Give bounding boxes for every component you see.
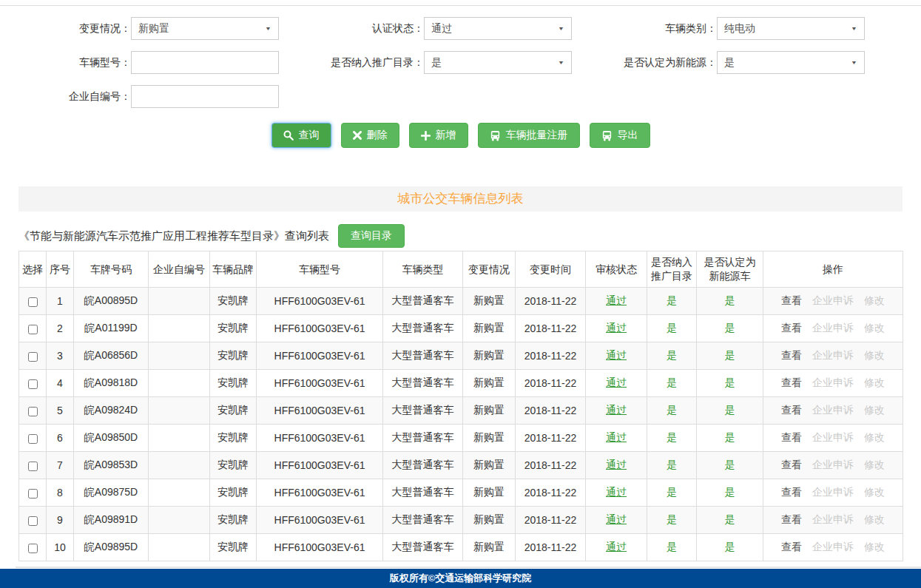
cell-select: [19, 370, 47, 397]
cell-date: 2018-11-22: [516, 342, 586, 370]
view-link[interactable]: 查看: [781, 294, 802, 308]
appeal-link: 企业申诉: [812, 404, 854, 417]
cert-status-select[interactable]: 通过 ▼: [424, 17, 572, 40]
cell-date: 2018-11-22: [516, 425, 586, 452]
vehicle-model-label: 车辆型号：: [79, 56, 131, 70]
form-row-3: 企业自编号：: [18, 84, 903, 109]
row-checkbox[interactable]: [28, 516, 38, 526]
row-checkbox[interactable]: [28, 325, 38, 334]
table-row: 8皖A09875D安凯牌HFF6100G03EV-61大型普通客车新购置2018…: [19, 479, 903, 507]
in-catalog-select[interactable]: 是 ▼: [424, 51, 572, 74]
form-row-1: 变更情况： 新购置 ▼ 认证状态： 通过 ▼ 车辆类别： 纯电动 ▼: [18, 16, 903, 41]
audit-status-link[interactable]: 通过: [606, 541, 627, 552]
company-no-label: 企业自编号：: [69, 90, 131, 104]
cell-plate: 皖A09891D: [74, 507, 149, 534]
audit-status-link[interactable]: 通过: [606, 459, 627, 470]
cell-model: HFF6100G03EV-61: [257, 479, 383, 507]
footer-divider: [16, 567, 921, 568]
add-button[interactable]: 新增: [409, 123, 468, 148]
cell-in-catalog: 是: [647, 288, 697, 315]
chevron-down-icon: ▼: [558, 60, 564, 66]
col-vehicle-type: 车辆类型: [383, 251, 463, 288]
audit-status-link[interactable]: 通过: [606, 404, 627, 416]
view-link[interactable]: 查看: [781, 486, 802, 499]
row-checkbox[interactable]: [28, 352, 38, 362]
view-link[interactable]: 查看: [781, 349, 802, 362]
cell-model: HFF6100G03EV-61: [257, 425, 383, 452]
cell-company-no: [149, 397, 210, 425]
row-checkbox[interactable]: [28, 434, 38, 444]
view-link[interactable]: 查看: [781, 322, 802, 335]
bus-icon: [601, 130, 613, 141]
cell-actions: 查看企业申诉修改: [763, 342, 903, 370]
vehicle-model-input[interactable]: [131, 51, 279, 74]
audit-status-link[interactable]: 通过: [606, 376, 627, 388]
audit-status-link[interactable]: 通过: [606, 513, 627, 525]
row-checkbox[interactable]: [28, 407, 38, 416]
new-energy-label: 是否认定为新能源：: [624, 56, 717, 70]
cell-plate: 皖A00895D: [74, 288, 149, 315]
table-row: 2皖A01199D安凯牌HFF6100G03EV-61大型普通客车新购置2018…: [19, 315, 903, 342]
cell-date: 2018-11-22: [516, 534, 586, 561]
cell-actions: 查看企业申诉修改: [763, 452, 903, 479]
vehicle-category-label: 车辆类别：: [665, 22, 717, 36]
table-body: 1皖A00895D安凯牌HFF6100G03EV-61大型普通客车新购置2018…: [19, 288, 903, 561]
cell-company-no: [149, 479, 210, 507]
cell-status: 通过: [586, 342, 647, 370]
col-in-catalog: 是否纳入 推广目录: [647, 251, 697, 288]
new-energy-select[interactable]: 是 ▼: [717, 51, 865, 74]
cell-new-energy: 是: [697, 342, 763, 370]
cell-model: HFF6100G03EV-61: [257, 397, 383, 425]
export-button[interactable]: 导出: [590, 123, 650, 148]
cell-select: [19, 397, 47, 425]
cell-select: [19, 315, 47, 342]
cell-status: 通过: [586, 534, 647, 561]
cell-seq: 6: [47, 425, 74, 452]
cell-vehicle-type: 大型普通客车: [383, 507, 463, 534]
modify-link: 修改: [864, 376, 885, 390]
batch-register-button[interactable]: 车辆批量注册: [478, 123, 580, 148]
cert-status-label: 认证状态：: [372, 22, 424, 36]
audit-status-link[interactable]: 通过: [606, 294, 627, 306]
cell-status: 通过: [586, 315, 647, 342]
row-checkbox[interactable]: [28, 297, 38, 307]
appeal-link: 企业申诉: [812, 294, 854, 308]
field-change-status: 变更情况： 新购置 ▼: [18, 16, 279, 41]
delete-button[interactable]: 删除: [341, 123, 399, 148]
cell-select: [19, 288, 47, 315]
row-checkbox[interactable]: [28, 489, 38, 499]
view-link[interactable]: 查看: [781, 376, 802, 390]
modify-link: 修改: [864, 459, 885, 472]
chevron-down-icon: ▼: [851, 26, 857, 32]
view-link[interactable]: 查看: [781, 431, 802, 445]
close-icon: [353, 131, 362, 140]
cell-date: 2018-11-22: [516, 452, 586, 479]
cell-actions: 查看企业申诉修改: [763, 479, 903, 507]
cell-vehicle-type: 大型普通客车: [383, 315, 463, 342]
view-link[interactable]: 查看: [781, 459, 802, 472]
audit-status-link[interactable]: 通过: [606, 349, 627, 361]
audit-status-link[interactable]: 通过: [606, 431, 627, 443]
cell-in-catalog: 是: [647, 315, 697, 342]
table-row: 3皖A06856D安凯牌HFF6100G03EV-61大型普通客车新购置2018…: [19, 342, 903, 370]
row-checkbox[interactable]: [28, 379, 38, 389]
cell-seq: 9: [47, 507, 74, 534]
main-content: 变更情况： 新购置 ▼ 认证状态： 通过 ▼ 车辆类别： 纯电动 ▼: [0, 6, 921, 561]
vehicle-table: 选择 序号 车牌号码 企业自编号 车辆品牌 车辆型号 车辆类型 变更情况 变更时…: [18, 251, 903, 561]
change-status-select[interactable]: 新购置 ▼: [131, 17, 279, 40]
view-link[interactable]: 查看: [781, 513, 802, 527]
query-catalog-button[interactable]: 查询目录: [338, 224, 405, 248]
appeal-link: 企业申诉: [812, 376, 854, 390]
audit-status-link[interactable]: 通过: [606, 322, 627, 334]
company-no-input[interactable]: [131, 85, 279, 108]
appeal-link: 企业申诉: [812, 486, 854, 499]
col-brand: 车辆品牌: [210, 251, 257, 288]
view-link[interactable]: 查看: [781, 541, 802, 554]
cell-in-catalog: 是: [647, 342, 697, 370]
view-link[interactable]: 查看: [781, 404, 802, 417]
row-checkbox[interactable]: [28, 544, 38, 553]
audit-status-link[interactable]: 通过: [606, 486, 627, 498]
vehicle-category-select[interactable]: 纯电动 ▼: [717, 17, 865, 40]
row-checkbox[interactable]: [28, 462, 38, 471]
query-button[interactable]: 查询: [271, 123, 331, 148]
